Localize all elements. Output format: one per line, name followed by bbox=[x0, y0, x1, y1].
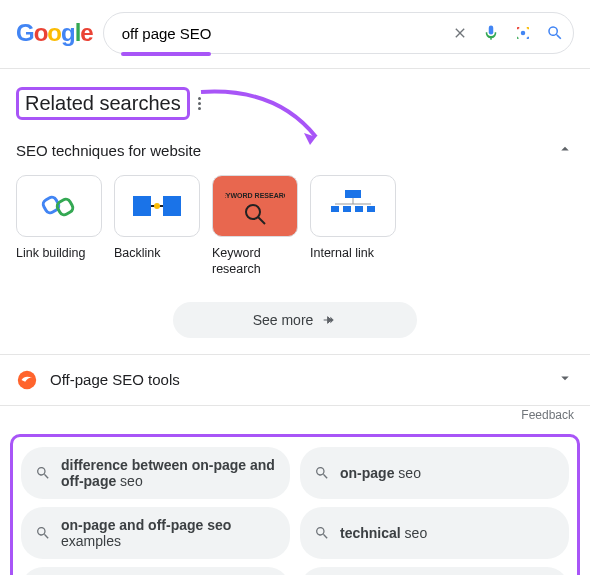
thumb-internal-link[interactable]: Internal link bbox=[310, 175, 396, 278]
svg-rect-10 bbox=[345, 190, 361, 198]
thumb-link-building[interactable]: Link building bbox=[16, 175, 102, 278]
svg-point-6 bbox=[154, 203, 160, 209]
search-wrap bbox=[103, 12, 574, 54]
svg-rect-2 bbox=[55, 197, 74, 216]
related-chip[interactable]: difference between on-page and off-page … bbox=[21, 447, 290, 499]
related-chip[interactable]: on-page and off-page seo examples bbox=[21, 507, 290, 559]
feedback-link[interactable]: Feedback bbox=[0, 405, 590, 430]
thumb-label: Link building bbox=[16, 245, 102, 261]
svg-line-9 bbox=[258, 217, 265, 224]
semrush-icon bbox=[16, 369, 38, 391]
topic-title: SEO techniques for website bbox=[16, 142, 201, 159]
svg-rect-3 bbox=[133, 196, 151, 216]
mic-icon[interactable] bbox=[482, 24, 500, 42]
chevron-down-icon bbox=[556, 369, 574, 391]
svg-rect-13 bbox=[331, 206, 339, 212]
search-icon bbox=[35, 465, 51, 481]
svg-rect-14 bbox=[343, 206, 351, 212]
related-chip[interactable]: on-page seo bbox=[300, 447, 569, 499]
search-icon bbox=[314, 465, 330, 481]
thumb-keyword-research[interactable]: KEYWORD RESEARCH Keyword research bbox=[212, 175, 298, 278]
see-more-label: See more bbox=[253, 312, 314, 328]
thumb-label: Keyword research bbox=[212, 245, 298, 278]
header: Google bbox=[0, 0, 590, 69]
thumb-backlink[interactable]: Backlink bbox=[114, 175, 200, 278]
search-icon bbox=[35, 525, 51, 541]
tools-label: Off-page SEO tools bbox=[50, 371, 544, 388]
annotation-arrow bbox=[196, 82, 346, 152]
see-more-button[interactable]: See more bbox=[173, 302, 418, 338]
search-highlight bbox=[121, 52, 211, 56]
related-chip[interactable]: technical seo bbox=[300, 507, 569, 559]
related-chips: difference between on-page and off-page … bbox=[10, 434, 580, 576]
related-chip[interactable]: off-page seo search engine journal bbox=[21, 567, 290, 576]
related-searches-label: Related searches bbox=[16, 87, 190, 120]
google-logo[interactable]: Google bbox=[16, 19, 93, 47]
thumbs-row: Link building Backlink KEYWORD RESEARCH … bbox=[16, 171, 574, 278]
related-chip[interactable]: on-page seo techniques bbox=[300, 567, 569, 576]
svg-rect-4 bbox=[163, 196, 181, 216]
thumb-label: Internal link bbox=[310, 245, 396, 261]
clear-icon[interactable] bbox=[452, 25, 468, 41]
arrow-right-icon bbox=[321, 312, 337, 328]
svg-point-8 bbox=[246, 205, 260, 219]
svg-point-0 bbox=[521, 31, 526, 36]
svg-rect-15 bbox=[355, 206, 363, 212]
svg-rect-16 bbox=[367, 206, 375, 212]
search-icon bbox=[314, 525, 330, 541]
lens-icon[interactable] bbox=[514, 24, 532, 42]
svg-point-17 bbox=[18, 370, 36, 388]
svg-text:KEYWORD RESEARCH: KEYWORD RESEARCH bbox=[225, 192, 285, 199]
thumb-label: Backlink bbox=[114, 245, 200, 261]
related-searches-header: Related searches bbox=[16, 87, 574, 120]
search-icon[interactable] bbox=[546, 24, 564, 42]
tools-row[interactable]: Off-page SEO tools bbox=[0, 355, 590, 405]
chevron-up-icon bbox=[556, 140, 574, 161]
